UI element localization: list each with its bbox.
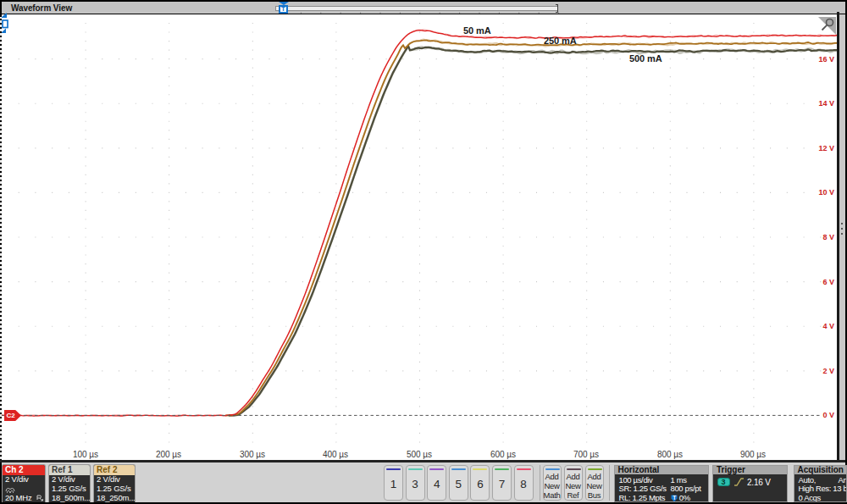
svg-text:T: T [673,495,676,501]
